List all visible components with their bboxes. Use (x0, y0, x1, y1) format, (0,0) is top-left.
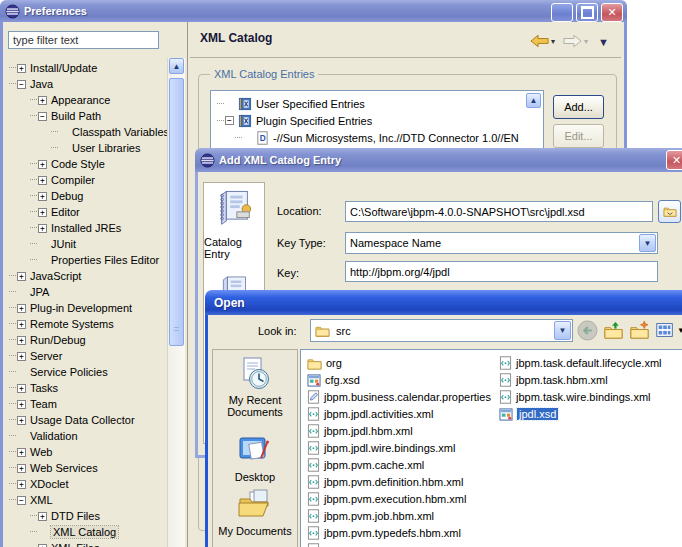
nav-tree-item-code-style[interactable]: +Code Style (30, 156, 105, 172)
file-item-jbpm.pvm.cache.xml[interactable]: jbpm.pvm.cache.xml (307, 457, 424, 473)
nav-tree-item-tasks[interactable]: +Tasks (9, 380, 58, 396)
up-one-level-icon[interactable] (603, 320, 624, 341)
nav-tree-item-appearance[interactable]: +Appearance (30, 92, 110, 108)
nav-tree-item-service-policies[interactable]: Service Policies (9, 364, 108, 380)
nav-tree-item-xml-files[interactable]: +XML Files (30, 540, 100, 547)
nav-tree-item-java[interactable]: −Java (9, 76, 53, 92)
file-item-cfg.xsd[interactable]: cfg.xsd (307, 372, 360, 388)
nav-tree-item-team[interactable]: +Team (9, 396, 57, 412)
nav-tree-item-jpa[interactable]: JPA (9, 284, 49, 300)
expand-toggle-icon[interactable]: + (17, 320, 26, 329)
nav-tree-item-remote-systems[interactable]: +Remote Systems (9, 316, 114, 332)
file-item-jbpm.pvm.definition.hbm.xml[interactable]: jbpm.pvm.definition.hbm.xml (307, 474, 463, 490)
nav-tree-item-compiler[interactable]: +Compiler (30, 172, 95, 188)
nav-tree-item-debug[interactable]: +Debug (30, 188, 83, 204)
expand-toggle-icon[interactable]: + (17, 448, 26, 457)
edit-button[interactable]: Edit... (553, 124, 604, 148)
nav-tree-item-web[interactable]: +Web (9, 444, 52, 460)
catalog-entry-row[interactable]: User Specified Entries (217, 95, 365, 112)
nav-tree-item-javascript[interactable]: +JavaScript (9, 268, 81, 284)
view-menu-icon[interactable]: ▼ (655, 320, 682, 340)
catalog-entry-row[interactable]: −Plugin Specified Entries (217, 112, 372, 129)
file-item-jbpm.jpdl.activities.xml[interactable]: jbpm.jpdl.activities.xml (307, 406, 433, 422)
file-item-jbpm.pvm.job.hbm.xml[interactable]: jbpm.pvm.job.hbm.xml (307, 508, 434, 524)
expand-toggle-icon[interactable]: + (38, 512, 47, 521)
collapse-toggle-icon[interactable]: − (225, 116, 234, 125)
forward-dropdown-icon[interactable]: ▾ (584, 37, 588, 46)
place-desktop[interactable]: Desktop (213, 433, 297, 483)
nav-tree-scrollbar[interactable]: ▲ (167, 58, 185, 547)
back-dropdown-icon[interactable]: ▾ (551, 37, 555, 46)
combo-dropdown-icon[interactable]: ▼ (639, 234, 656, 252)
expand-toggle-icon[interactable]: + (17, 416, 26, 425)
expand-toggle-icon[interactable]: + (17, 464, 26, 473)
expand-toggle-icon[interactable]: + (38, 176, 47, 185)
location-input[interactable] (345, 201, 653, 222)
new-folder-icon[interactable] (629, 320, 650, 341)
file-item-partial[interactable] (307, 542, 324, 547)
add-button[interactable]: Add... (553, 95, 604, 119)
file-item-jbpm.pvm.execution.hbm.xml[interactable]: jbpm.pvm.execution.hbm.xml (307, 491, 466, 507)
expand-toggle-icon[interactable]: + (38, 96, 47, 105)
filter-input[interactable] (8, 31, 159, 49)
expand-toggle-icon[interactable]: + (17, 480, 26, 489)
expand-toggle-icon[interactable]: + (38, 208, 47, 217)
expand-toggle-icon[interactable]: + (17, 64, 26, 73)
nav-tree-item-editor[interactable]: +Editor (30, 204, 80, 220)
entries-scroll-up-icon[interactable]: ▲ (526, 93, 541, 108)
nav-tree-item-plug-in-development[interactable]: +Plug-in Development (9, 300, 132, 316)
forward-arrow-icon[interactable] (563, 34, 582, 48)
expand-toggle-icon[interactable]: + (17, 384, 26, 393)
file-item-jbpm.task.default.lifecycle.xml[interactable]: jbpm.task.default.lifecycle.xml (499, 355, 662, 371)
nav-tree-item-usage-data-collector[interactable]: +Usage Data Collector (9, 412, 135, 428)
place-my-recent-documents[interactable]: My Recent Documents (213, 356, 297, 418)
key-type-combo[interactable]: Namespace Name ▼ (345, 232, 658, 254)
collapse-toggle-icon[interactable]: − (17, 496, 26, 505)
back-arrow-icon[interactable] (530, 34, 549, 48)
nav-tree-item-dtd-files[interactable]: +DTD Files (30, 508, 100, 524)
nav-tree-item-installed-jres[interactable]: +Installed JREs (30, 220, 121, 236)
maximize-button[interactable] (576, 3, 598, 22)
expand-toggle-icon[interactable]: + (17, 304, 26, 313)
nav-tree-item-xdoclet[interactable]: +XDoclet (9, 476, 69, 492)
combo-dropdown-icon[interactable]: ▼ (554, 321, 571, 340)
look-in-combo[interactable]: src ▼ (310, 319, 573, 342)
expand-toggle-icon[interactable]: + (17, 272, 26, 281)
expand-toggle-icon[interactable]: + (38, 160, 47, 169)
file-item-jbpm.task.wire.bindings.xml[interactable]: jbpm.task.wire.bindings.xml (499, 389, 651, 405)
open-dialog-titlebar[interactable]: Open (205, 290, 682, 315)
collapse-toggle-icon[interactable]: − (17, 80, 26, 89)
nav-tree-item-install-update[interactable]: +Install/Update (9, 60, 97, 76)
key-input[interactable] (345, 261, 658, 282)
nav-tree-item-xml[interactable]: −XML (9, 492, 53, 508)
file-item-jbpm.pvm.typedefs.hbm.xml[interactable]: jbpm.pvm.typedefs.hbm.xml (307, 525, 461, 541)
back-button-icon[interactable] (577, 320, 598, 341)
browse-folder-button[interactable] (658, 200, 681, 223)
file-item-jbpm.jpdl.hbm.xml[interactable]: jbpm.jpdl.hbm.xml (307, 423, 413, 439)
scrollbar-thumb[interactable] (169, 78, 184, 346)
nav-tree-item-classpath-variables[interactable]: Classpath Variables (51, 124, 167, 140)
minimize-button[interactable]: _ (551, 3, 573, 22)
close-icon[interactable]: ✕ (601, 3, 623, 22)
nav-tree-item-xml-catalog[interactable]: XML Catalog (30, 524, 118, 540)
entry-type-catalog-entry[interactable]: Catalog Entry (204, 183, 264, 260)
file-item-jbpm.jpdl.wire.bindings.xml[interactable]: jbpm.jpdl.wire.bindings.xml (307, 440, 455, 456)
catalog-entry-row[interactable]: D-//Sun Microsystems, Inc.//DTD Connecto… (235, 129, 519, 146)
nav-tree-item-server[interactable]: +Server (9, 348, 62, 364)
nav-tree-item-run-debug[interactable]: +Run/Debug (9, 332, 86, 348)
scroll-up-icon[interactable]: ▲ (169, 58, 184, 74)
file-item-jbpm.task.hbm.xml[interactable]: jbpm.task.hbm.xml (499, 372, 608, 388)
nav-tree-item-validation[interactable]: Validation (9, 428, 78, 444)
collapse-toggle-icon[interactable]: − (38, 112, 47, 121)
view-menu-icon[interactable]: ▼ (598, 36, 609, 48)
expand-toggle-icon[interactable]: + (38, 192, 47, 201)
expand-toggle-icon[interactable]: + (38, 224, 47, 233)
expand-toggle-icon[interactable]: + (17, 400, 26, 409)
nav-tree-item-properties-files-editor[interactable]: Properties Files Editor (30, 252, 159, 268)
close-icon[interactable]: ✕ (666, 150, 682, 170)
add-dialog-titlebar[interactable]: Add XML Catalog Entry ✕ (195, 148, 682, 172)
expand-toggle-icon[interactable]: + (38, 544, 47, 547)
preferences-titlebar[interactable]: Preferences _ ✕ (0, 0, 627, 22)
place-my-documents[interactable]: My Documents (213, 487, 297, 537)
expand-toggle-icon[interactable]: + (17, 352, 26, 361)
